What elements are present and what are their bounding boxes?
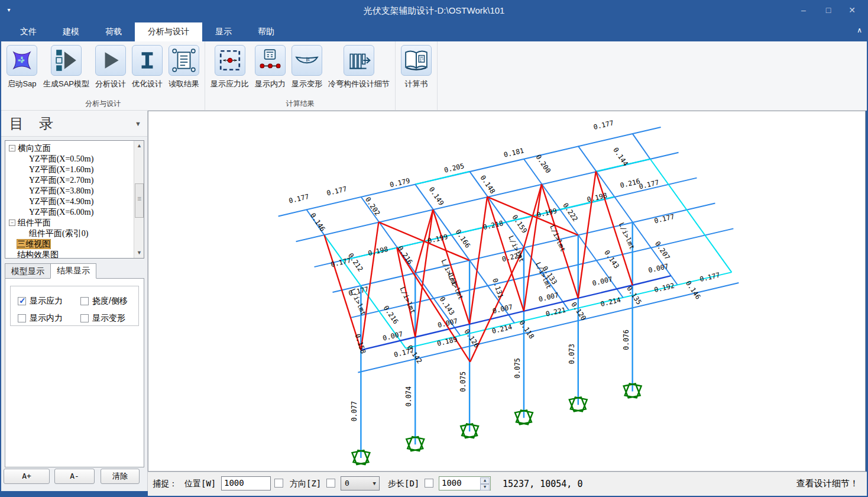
position-checkbox[interactable] bbox=[274, 479, 283, 488]
svg-text:s: s bbox=[307, 57, 310, 62]
spinner-arrows-icon[interactable]: ▲▼ bbox=[480, 477, 490, 489]
position-input[interactable]: 1000 bbox=[221, 476, 271, 490]
window-title: 光伏支架辅助设计-D:\OSTWork\101 bbox=[0, 5, 868, 17]
tab-结果显示[interactable]: 结果显示 bbox=[50, 263, 96, 279]
display-tabs: 模型显示结果显示 bbox=[5, 263, 96, 279]
checkbox-显示内力[interactable] bbox=[18, 314, 26, 322]
minimize-button[interactable]: – bbox=[793, 2, 814, 18]
tool-计算书[interactable]: 计算书 bbox=[398, 44, 435, 98]
stress-ratio-label: 0.075 bbox=[459, 372, 467, 392]
tree-item-YZ平面(X=1.60m)[interactable]: YZ平面(X=1.60m) bbox=[9, 164, 144, 175]
checkbox-row-显示应力: 显示应力 bbox=[18, 296, 63, 306]
tool-label: 读取结果 bbox=[169, 79, 199, 89]
status-bar: 捕捉： 位置[W] 1000 方向[Z] 0 ▼ 步长[D] 1000 ▲▼ 1… bbox=[148, 472, 867, 496]
scroll-down-icon[interactable]: ▼ bbox=[134, 248, 144, 258]
menu-item-荷载[interactable]: 荷载 bbox=[92, 22, 135, 41]
tool-冷弯构件设计细节[interactable]: 冷弯构件设计细节 bbox=[325, 44, 393, 98]
tie-beam-member bbox=[578, 285, 633, 298]
stress-ratio-label: 0.218 bbox=[482, 219, 504, 231]
purlin-member bbox=[633, 134, 650, 159]
checkbox-显示变形[interactable] bbox=[80, 314, 89, 322]
tree-item-YZ平面(X=2.70m)[interactable]: YZ平面(X=2.70m) bbox=[9, 175, 144, 186]
menu-item-帮助[interactable]: 帮助 bbox=[245, 22, 287, 41]
stress-ratio-label: 0.135 bbox=[625, 285, 643, 306]
menu-item-建模[interactable]: 建模 bbox=[50, 22, 92, 41]
maximize-button[interactable]: □ bbox=[818, 2, 838, 18]
ribbon-group-计算结果: 显示应力比显示内力s显示变形冷弯构件设计细节计算结果 bbox=[205, 41, 396, 110]
direction-select[interactable]: 0 ▼ bbox=[341, 476, 380, 490]
tool-显示变形[interactable]: s显示变形 bbox=[289, 44, 325, 98]
step-spinbox[interactable]: 1000 ▲▼ bbox=[439, 476, 491, 490]
catalog-dropdown-icon[interactable]: ▼ bbox=[135, 120, 141, 127]
step-value: 1000 bbox=[442, 478, 462, 488]
collapse-ribbon-icon[interactable]: ∧ bbox=[857, 26, 862, 34]
stress-ratio-label: 0.214 bbox=[600, 295, 621, 308]
button-A+[interactable]: A+ bbox=[4, 469, 50, 484]
tree-item-YZ平面(X=0.50m)[interactable]: YZ平面(X=0.50m) bbox=[9, 154, 144, 164]
tree-item-YZ平面(X=6.00m)[interactable]: YZ平面(X=6.00m) bbox=[9, 207, 144, 218]
tree-item-结构效果图[interactable]: 结构效果图 bbox=[9, 250, 144, 259]
chevron-down-icon: ▼ bbox=[373, 480, 376, 486]
collapse-node-icon[interactable]: − bbox=[9, 220, 15, 226]
tool-优化设计[interactable]: 优化设计 bbox=[129, 44, 166, 98]
checkbox-row-显示内力: 显示内力 bbox=[18, 313, 63, 324]
tool-分析设计[interactable]: 分析设计 bbox=[92, 44, 129, 98]
tool-启动Sap[interactable]: 启动Sap bbox=[4, 44, 40, 98]
model-viewport[interactable]: 0.1770.1770.1790.2050.1810.1770.1980.199… bbox=[148, 111, 866, 472]
tree-item-label: YZ平面(X=4.90m) bbox=[29, 197, 93, 206]
collapse-node-icon[interactable]: − bbox=[9, 145, 15, 151]
tool-显示应力比[interactable]: 显示应力比 bbox=[208, 44, 252, 98]
tree-item-label: 组件平面 bbox=[18, 218, 51, 227]
button-A-[interactable]: A- bbox=[54, 469, 95, 484]
view-design-detail-link[interactable]: 查看设计细节！ bbox=[796, 478, 859, 489]
direction-checkbox[interactable] bbox=[326, 479, 335, 488]
tool-读取结果[interactable]: 读取结果 bbox=[166, 44, 202, 98]
checkbox-row-显示变形: 显示变形 bbox=[80, 313, 125, 324]
stress-ratio-label: 0.158 bbox=[354, 333, 368, 354]
step-checkbox[interactable] bbox=[425, 479, 433, 488]
tree-scrollbar[interactable]: ▲ ▼ bbox=[134, 141, 144, 258]
tree-item-YZ平面(X=3.80m)[interactable]: YZ平面(X=3.80m) bbox=[9, 186, 144, 196]
beam-member bbox=[415, 172, 469, 185]
read-results-icon bbox=[169, 45, 199, 76]
brace-member bbox=[469, 197, 487, 324]
tree-item-label: 结构效果图 bbox=[17, 250, 59, 259]
tool-生成SAP模型[interactable]: 生成SAP模型 bbox=[40, 44, 92, 98]
checkbox-显示应力[interactable] bbox=[18, 297, 26, 305]
stress-ratio-label: 0.007 bbox=[591, 275, 613, 288]
optimize-design-icon bbox=[132, 45, 163, 76]
tree-item-横向立面[interactable]: −横向立面 bbox=[9, 143, 144, 154]
stress-ratio-label: 0.076 bbox=[622, 330, 630, 350]
stress-ratio-label: 0.143 bbox=[438, 295, 456, 317]
tree-item-三维视图[interactable]: 三维视图 bbox=[9, 239, 144, 250]
generate-model-icon bbox=[51, 45, 82, 76]
tool-label: 冷弯构件设计细节 bbox=[328, 79, 390, 89]
tool-label: 生成SAP模型 bbox=[43, 79, 89, 89]
stress-ratio-label: 0.200 bbox=[534, 153, 552, 175]
tab-模型显示[interactable]: 模型显示 bbox=[5, 263, 51, 279]
checkbox-label: 显示变形 bbox=[92, 313, 125, 324]
checkbox-挠度/侧移[interactable] bbox=[80, 297, 89, 305]
stress-ratio-label: 0.205 bbox=[443, 162, 465, 174]
tree-item-label: YZ平面(X=3.80m) bbox=[29, 186, 93, 195]
tree-item-YZ平面(X=4.90m)[interactable]: YZ平面(X=4.90m) bbox=[9, 196, 144, 207]
tool-显示内力[interactable]: 显示内力 bbox=[252, 44, 289, 98]
app-window: ▾ 光伏支架辅助设计-D:\OSTWork\101 – □ ✕ 文件建模荷载分析… bbox=[0, 0, 868, 497]
scroll-up-icon[interactable]: ▲ bbox=[134, 141, 144, 151]
tool-label: 显示变形 bbox=[292, 79, 322, 89]
tree-item-组件平面(索引0)[interactable]: 组件平面(索引0) bbox=[9, 228, 144, 239]
menu-item-分析与设计[interactable]: 分析与设计 bbox=[135, 22, 202, 41]
structure-3d-view: 0.1770.1770.1790.2050.1810.1770.1980.199… bbox=[148, 111, 865, 471]
tree-item-组件平面[interactable]: −组件平面 bbox=[9, 218, 144, 228]
tree-item-label: 横向立面 bbox=[18, 144, 51, 153]
button-清除[interactable]: 清除 bbox=[101, 469, 140, 484]
menu-bar: 文件建模荷载分析与设计显示帮助 bbox=[1, 22, 867, 41]
menu-item-文件[interactable]: 文件 bbox=[7, 22, 50, 41]
ribbon-group-misc: 计算书 bbox=[396, 41, 438, 110]
stress-ratio-label: 0.198 bbox=[367, 245, 389, 257]
scrollbar-thumb[interactable] bbox=[135, 183, 144, 218]
stress-ratio-label: 0.207 bbox=[653, 240, 672, 261]
ribbon-group-分析与设计: 启动Sap生成SAP模型分析设计优化设计读取结果分析与设计 bbox=[1, 41, 205, 110]
menu-item-显示[interactable]: 显示 bbox=[202, 22, 245, 41]
close-button[interactable]: ✕ bbox=[842, 2, 862, 18]
